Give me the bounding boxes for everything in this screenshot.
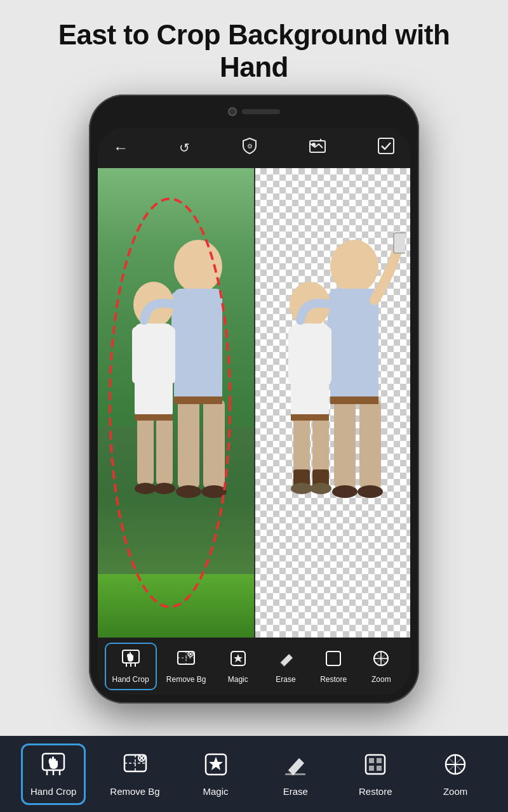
kids-right-svg [259,206,405,587]
bottom-remove-bg-icon [123,752,148,782]
bottom-hand-crop-icon [41,752,66,782]
tool-restore[interactable]: Restore [311,644,356,689]
svg-point-31 [358,485,383,498]
page-title: East to Crop Background with Hand [0,19,508,83]
right-panel-cutout [254,168,410,638]
svg-rect-39 [291,414,329,421]
svg-rect-49 [326,652,340,665]
magic-icon [229,649,248,672]
svg-point-30 [332,485,358,498]
bottom-zoom-label: Zoom [443,786,467,797]
phone-bottom-toolbar: Hand Crop Remove Bg [98,638,410,695]
confirm-icon[interactable] [377,137,395,159]
svg-rect-32 [394,233,405,253]
speaker-grille [242,109,280,114]
back-icon[interactable]: ← [113,139,128,157]
bottom-erase-label: Erase [283,786,308,797]
svg-rect-29 [330,396,378,404]
tool-zoom[interactable]: Zoom [359,644,403,689]
restore-label: Restore [320,675,347,684]
svg-marker-55 [209,757,223,770]
redo-icon[interactable]: ↺ [179,140,190,155]
phone-shell: ← ↺ ⚙ [89,95,419,704]
bottom-hand-crop[interactable]: Hand Crop [21,743,86,805]
svg-rect-36 [323,327,331,384]
settings-icon[interactable]: ⚙ [241,137,258,159]
remove-bg-icon [177,649,196,672]
bottom-remove-bg[interactable]: Remove Bg [102,745,167,803]
svg-point-22 [110,199,230,606]
hand-crop-label: Hand Crop [112,675,149,684]
app-bottom-bar: Hand Crop Remove Bg Magic [0,736,508,812]
svg-rect-28 [359,400,381,488]
svg-rect-3 [378,138,394,154]
zoom-label: Zoom [371,675,391,684]
svg-point-23 [330,240,378,293]
restore-icon [324,649,343,672]
bottom-erase[interactable]: Erase [264,745,327,803]
bottom-zoom-icon [443,752,468,782]
tool-hand-crop[interactable]: Hand Crop [105,643,157,690]
bottom-restore-label: Restore [359,786,392,797]
split-divider [254,168,255,638]
image-area [98,168,410,638]
bottom-zoom[interactable]: Zoom [424,745,487,803]
svg-point-2 [312,143,315,146]
phone-mockup: ← ↺ ⚙ [89,95,419,704]
svg-point-43 [310,483,331,494]
svg-marker-48 [234,654,243,662]
svg-rect-35 [288,327,297,384]
bottom-magic[interactable]: Magic [184,745,248,803]
bottom-restore-icon [363,752,388,782]
dashed-selection-svg [98,168,254,638]
svg-rect-60 [369,766,374,771]
svg-rect-61 [377,766,382,771]
zoom-icon [371,649,391,672]
top-toolbar: ← ↺ ⚙ [98,128,410,168]
svg-rect-27 [334,400,356,488]
tool-erase[interactable]: Erase [264,644,308,689]
tool-remove-bg[interactable]: Remove Bg [160,644,213,689]
bottom-restore[interactable]: Restore [344,745,407,803]
erase-label: Erase [276,675,295,684]
bottom-erase-icon [283,752,308,782]
phone-notch [203,102,305,121]
remove-bg-label: Remove Bg [166,675,206,684]
bottom-magic-icon [203,752,229,782]
magic-label: Magic [228,675,248,684]
bottom-hand-crop-label: Hand Crop [30,786,77,797]
phone-screen: ← ↺ ⚙ [98,128,410,695]
import-icon[interactable] [309,137,326,159]
bottom-remove-bg-label: Remove Bg [110,786,159,797]
camera-dot [228,107,237,116]
svg-rect-58 [369,758,374,763]
svg-rect-59 [377,758,382,763]
hand-crop-icon [121,649,140,672]
erase-icon [276,649,295,672]
bottom-magic-label: Magic [203,786,229,797]
tool-magic[interactable]: Magic [216,644,260,689]
svg-rect-56 [285,773,305,775]
svg-rect-57 [366,755,385,774]
svg-text:⚙: ⚙ [246,143,252,150]
svg-point-42 [291,483,312,494]
left-panel-original [98,168,254,638]
svg-rect-1 [310,141,325,152]
